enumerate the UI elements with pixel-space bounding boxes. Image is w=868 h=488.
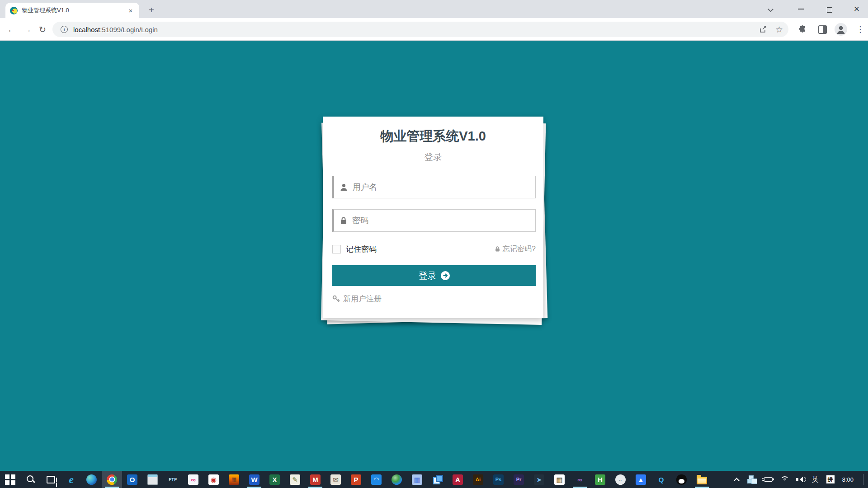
system-title: 物业管理系统V1.0 (323, 127, 543, 145)
address-bar[interactable]: i localhost:51099/Login/Login ☆ (52, 22, 788, 37)
register-label: 新用户注册 (343, 294, 382, 304)
taskbar-visual-studio-icon[interactable]: ∞ (570, 471, 590, 488)
window-close-button[interactable]: × (846, 0, 867, 18)
username-input[interactable] (353, 183, 530, 192)
extensions-puzzle-icon[interactable] (797, 23, 808, 35)
taskbar-chrome-icon[interactable] (102, 471, 122, 488)
taskbar-netease-app-icon[interactable]: ∞ (183, 471, 203, 488)
browser-toolbar: ← → ↻ i localhost:51099/Login/Login ☆ ⋮ (0, 18, 868, 41)
share-icon[interactable] (759, 25, 767, 33)
browser-tab[interactable]: 物业管理系统V1.0 × (5, 3, 139, 18)
url-path: :51099/Login/Login (100, 26, 158, 33)
taskbar-autocad-icon[interactable]: A (448, 471, 468, 488)
taskbar-internet-explorer-icon[interactable]: e (61, 471, 81, 488)
taskbar-word-icon[interactable]: W (244, 471, 264, 488)
pinyin-indicator[interactable]: 拼 (826, 475, 835, 483)
login-subtitle: 登录 (323, 151, 543, 163)
taskbar-lanhu-icon[interactable]: ▲ (631, 471, 651, 488)
taskbar-file-explorer-icon[interactable] (692, 471, 712, 488)
browser-tab-strip: 物业管理系统V1.0 × + × (0, 0, 868, 18)
tab-title: 物业管理系统V1.0 (22, 6, 127, 14)
taskbar-globe-tool-icon[interactable] (387, 471, 407, 488)
bookmark-star-icon[interactable]: ☆ (775, 24, 783, 35)
taskbar-qr-login-icon[interactable]: ▦ (549, 471, 570, 488)
arrow-circle-right-icon (441, 271, 450, 280)
reload-button[interactable]: ↻ (36, 23, 49, 36)
taskbar-task-view-icon[interactable] (41, 471, 61, 488)
side-panel-icon[interactable] (816, 23, 828, 35)
remember-label: 记住密码 (346, 244, 377, 254)
taskbar-hbuilder-icon[interactable]: H (590, 471, 610, 488)
back-button[interactable]: ← (5, 23, 18, 36)
volume-icon[interactable] (796, 476, 804, 483)
taskbar-grid-tool-icon[interactable]: ▦ (407, 471, 427, 488)
taskbar-cmb-bank-icon[interactable]: ◉ (203, 471, 224, 488)
wifi-icon[interactable] (780, 476, 788, 483)
screen: 物业管理系统V1.0 × + × ← → ↻ i localhost:51099… (0, 0, 868, 488)
password-input[interactable] (352, 216, 530, 225)
new-tab-button[interactable]: + (146, 5, 157, 16)
browser-menu-icon[interactable]: ⋮ (854, 23, 866, 35)
battery-icon[interactable] (764, 477, 773, 482)
profile-avatar-icon[interactable] (835, 23, 847, 36)
login-button-label: 登录 (419, 270, 437, 282)
taskbar-photoshop-icon[interactable]: Ps (488, 471, 509, 488)
taskbar-mail-editor-icon[interactable]: ✉ (326, 471, 346, 488)
taskbar-meeting-app-icon[interactable]: ◠ (366, 471, 387, 488)
tab-search-chevron-icon[interactable] (768, 6, 774, 12)
login-card: 物业管理系统V1.0 登录 记住密码 (323, 117, 543, 318)
taskbar-start-icon[interactable] (0, 471, 20, 488)
taskbar-markdownpad-icon[interactable]: M (305, 471, 326, 488)
site-info-icon[interactable]: i (61, 26, 68, 33)
taskbar-legacy-window-app-icon[interactable] (142, 471, 163, 488)
taskbar-edge-icon[interactable] (81, 471, 102, 488)
remember-checkbox[interactable] (332, 245, 341, 253)
clock[interactable]: 8:00 (842, 476, 854, 483)
register-link[interactable]: 新用户注册 (332, 294, 382, 304)
forgot-password-link[interactable]: 忘记密码? (495, 244, 536, 254)
taskbar-notes-icon[interactable]: ✎ (285, 471, 305, 488)
taskbar-flashfxp-icon[interactable]: ▦ (224, 471, 244, 488)
taskbar-search-icon[interactable] (20, 471, 41, 488)
username-field[interactable] (332, 176, 536, 198)
taskbar-excel-icon[interactable]: X (264, 471, 285, 488)
show-desktop-divider[interactable] (863, 474, 863, 485)
taskbar: eOFTP∞◉▦WX✎M✉P◠▦AAiPsPr➤▦∞H‥▲Q 英 拼 8:00 (0, 471, 868, 488)
taskbar-snip-squares-icon[interactable] (427, 471, 448, 488)
window-restore-button[interactable] (818, 0, 839, 18)
key-icon (332, 295, 340, 303)
window-minimize-button[interactable] (790, 0, 811, 18)
page-background: 物业管理系统V1.0 登录 记住密码 (0, 41, 868, 471)
taskbar-illustrator-icon[interactable]: Ai (468, 471, 488, 488)
login-card-stack: 物业管理系统V1.0 登录 记住密码 (323, 117, 543, 318)
forward-button[interactable]: → (21, 23, 33, 36)
tab-close-icon[interactable]: × (127, 6, 135, 14)
login-button[interactable]: 登录 (332, 265, 536, 286)
taskbar-outlook-icon[interactable]: O (122, 471, 142, 488)
taskbar-thunder-icon[interactable]: ➤ (529, 471, 549, 488)
taskbar-premiere-icon[interactable]: Pr (509, 471, 529, 488)
taskbar-apps: eOFTP∞◉▦WX✎M✉P◠▦AAiPsPr➤▦∞H‥▲Q (0, 471, 712, 488)
input-language-indicator[interactable]: 英 (812, 475, 819, 484)
tray-chevron-up-icon[interactable] (734, 478, 740, 483)
taskbar-qq-icon[interactable] (671, 471, 692, 488)
login-options-row: 记住密码 忘记密码? (332, 244, 536, 254)
password-field[interactable] (332, 209, 536, 232)
url-host: localhost (73, 26, 100, 33)
url-text[interactable]: localhost:51099/Login/Login (73, 26, 158, 33)
taskbar-qq-chat-icon[interactable]: Q (651, 471, 671, 488)
lock-icon (340, 216, 348, 225)
system-tray: 英 拼 8:00 (736, 471, 868, 488)
forgot-password-label: 忘记密码? (503, 244, 536, 254)
taskbar-chat-bubble-icon[interactable]: ‥ (610, 471, 631, 488)
tray-cubes-icon[interactable] (747, 475, 756, 483)
user-icon (340, 183, 348, 192)
site-favicon-icon (10, 7, 18, 14)
lock-icon (495, 246, 500, 252)
taskbar-ftp-icon[interactable]: FTP (163, 471, 183, 488)
taskbar-powerpoint-icon[interactable]: P (346, 471, 366, 488)
